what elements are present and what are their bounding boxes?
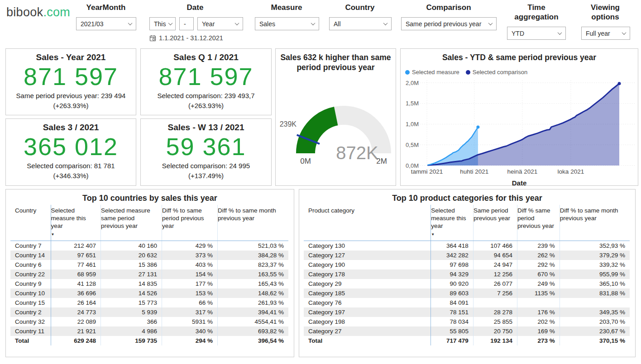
kpi-card-week[interactable]: Sales - W 13 / 2021 59 361 Selected comp… [140, 118, 272, 186]
column-header[interactable]: Selected measure same period previous ye… [101, 205, 162, 241]
time-aggregation-value: YTD [512, 30, 524, 37]
date-dash-box[interactable]: - [179, 17, 194, 30]
table-cell-value: 384,28 % [217, 251, 288, 260]
kpi-title: Sales - Year 2021 [6, 52, 136, 62]
categories-table-panel: Top 10 product categories for this year … [299, 189, 636, 357]
table-row[interactable]: Country 3222 0893665931 %4554,41 % [10, 317, 288, 326]
table-cell-label: Category 185 [304, 288, 431, 298]
kpi-comparison-percent: (+263.93%) [141, 101, 271, 111]
yearmonth-dropdown[interactable]: 2021/03 [76, 17, 136, 30]
kpi-card-quarter[interactable]: Sales Q 1 / 2021 871 597 Selected compar… [140, 48, 272, 115]
table-cell-value: 4 986 [101, 326, 162, 336]
column-header[interactable]: Diff % to same period previous year [162, 205, 218, 241]
table-cell-value: 203,70 % [560, 317, 630, 326]
table-cell-label: Category 197 [304, 307, 431, 317]
column-header[interactable]: Same period previous year [473, 205, 517, 241]
svg-text:loka 2021: loka 2021 [558, 168, 584, 175]
measure-label: Measure [263, 3, 311, 12]
column-header[interactable]: Diff % to same month previous year [217, 205, 288, 241]
kpi-subtitle: Selected comparison: 239 493,7 (+263.93%… [141, 91, 271, 111]
column-header[interactable]: Selected measure this year▼ [51, 205, 101, 241]
table-row[interactable]: Category 127342 28294 654262 %379,29 % [304, 251, 630, 260]
table-cell-value: 78 151 [431, 307, 474, 317]
table-row[interactable]: Country 941 12814 835177 %165,43 % [10, 279, 288, 288]
yearmonth-value: 2021/03 [81, 20, 104, 28]
table-row[interactable]: Country 224 7735 939317 %394,41 % [10, 307, 288, 317]
table-cell-value: 1135 % [517, 288, 560, 298]
table-row[interactable]: Country 1526 16415 77366 %261,93 % [10, 298, 288, 307]
table-cell-value: 68 959 [51, 269, 101, 279]
table-cell-value: 352,93 % [560, 241, 630, 251]
table-cell-value: 90 920 [431, 279, 474, 288]
country-label: Country [337, 3, 383, 12]
table-cell-value: 94 654 [473, 251, 517, 260]
column-header[interactable]: Country [10, 205, 51, 241]
table-row[interactable]: Country 7212 40740 160429 %521,03 % [10, 241, 288, 251]
table-cell-value: 153 % [162, 288, 218, 298]
table-cell-value: 317 % [162, 307, 218, 317]
column-header[interactable]: Diff % same period previous year [517, 205, 560, 241]
table-cell-value: 239 % [517, 241, 560, 251]
date-unit-dropdown[interactable]: Year [197, 17, 243, 30]
country-dropdown[interactable]: All [329, 17, 392, 30]
kpi-comparison-value: Selected comparison: 239 493,7 [141, 91, 271, 101]
comparison-dropdown[interactable]: Same period previous year [401, 17, 497, 30]
column-header[interactable]: Product category [304, 205, 431, 241]
table-cell-value: 349,35 % [560, 307, 630, 317]
table-row[interactable]: Category 130364 418107 466239 %352,93 % [304, 241, 630, 251]
table-total-row[interactable]: Total717 479192 134273 %370,15 % [304, 336, 630, 345]
table-cell-value: 159 735 [101, 336, 162, 345]
viewing-options-label: Viewing options [579, 3, 631, 22]
x-axis-title: Date [401, 179, 638, 187]
legend-item-selected-measure[interactable]: Selected measure [405, 69, 459, 76]
chevron-down-icon [383, 21, 388, 25]
table-row[interactable]: Country 677 46115 386403 %823,37 % [10, 260, 288, 269]
kpi-subtitle: Selected comparison: 24 995 (+137.49%) [141, 161, 271, 181]
time-aggregation-label-line2: aggregation [507, 12, 566, 22]
viewing-options-dropdown[interactable]: Full year [581, 27, 630, 40]
table-row[interactable]: Category 2990 92026 077249 %365,10 % [304, 279, 630, 288]
table-title: Top 10 product categories for this year [299, 194, 635, 203]
table-row[interactable]: Category 18589 6037 2561135 %831,88 % [304, 288, 630, 298]
chevron-down-icon [311, 21, 316, 25]
table-row[interactable]: Country 1036 69614 526153 %148,62 % [10, 288, 288, 298]
table-cell-value: 55 805 [431, 326, 474, 336]
time-aggregation-dropdown[interactable]: YTD [507, 27, 566, 40]
table-row[interactable]: Category 2755 80520 750169 %230,67 % [304, 326, 630, 336]
table-cell-value [560, 298, 630, 307]
date-relative-dropdown[interactable]: This [149, 17, 176, 30]
table-cell-label: Total [10, 336, 51, 345]
table-cell-value: 148,62 % [217, 288, 288, 298]
line-chart-canvas[interactable]: 2,0M1,5M1,0M0,5M0,0Mtammi 2021huhti 2021… [401, 77, 638, 184]
legend-label: Selected comparison [473, 69, 527, 76]
table-row[interactable]: Category 17894 32912 256670 %955,99 % [304, 269, 630, 279]
kpi-card-year[interactable]: Sales - Year 2021 871 597 Same period pr… [5, 48, 136, 115]
table-row[interactable]: Category 19097 69824 947292 %339,32 % [304, 260, 630, 269]
column-header[interactable]: Diff % to same month previous year [560, 205, 630, 241]
column-header[interactable]: Selected measure this year▼ [431, 205, 474, 241]
table-row[interactable]: Country 2268 95927 131154 %163,55 % [10, 269, 288, 279]
table-cell-label: Category 178 [304, 269, 431, 279]
table-cell-value: 261,93 % [217, 298, 288, 307]
table-cell-value: 365,10 % [560, 279, 630, 288]
legend-label: Selected measure [412, 69, 459, 76]
line-chart-panel: Sales - YTD & same period previous year … [400, 48, 638, 186]
svg-text:1,5M: 1,5M [406, 100, 419, 107]
table-row[interactable]: Category 19878 03425 855202 %203,70 % [304, 317, 630, 326]
legend-item-selected-comparison[interactable]: Selected comparison [466, 69, 527, 76]
measure-dropdown[interactable]: Sales [255, 17, 319, 30]
table-header-row: Product categorySelected measure this ye… [304, 205, 630, 241]
table-total-row[interactable]: Total629 248159 735294 %396,54 % [10, 336, 288, 345]
table-row[interactable]: Category 19778 15128 278176 %349,35 % [304, 307, 630, 317]
table-row[interactable]: Category 7684 091 [304, 298, 630, 307]
table-cell-value: 107 466 [473, 241, 517, 251]
table-cell-value: 15 773 [101, 298, 162, 307]
table-cell-value: 379,29 % [560, 251, 630, 260]
table-row[interactable]: Country 1497 65120 632373 %384,28 % [10, 251, 288, 260]
kpi-value: 59 361 [141, 133, 271, 160]
table-row[interactable]: Country 1121 9214 986340 %693,82 % [10, 326, 288, 336]
kpi-title: Sales - W 13 / 2021 [141, 123, 271, 132]
kpi-card-month[interactable]: Sales 3 / 2021 365 012 Selected comparis… [5, 118, 136, 186]
gauge-chart[interactable]: 872K0M2M239K [276, 63, 396, 185]
kpi-comparison-value: Selected comparison: 81 781 [6, 161, 136, 171]
